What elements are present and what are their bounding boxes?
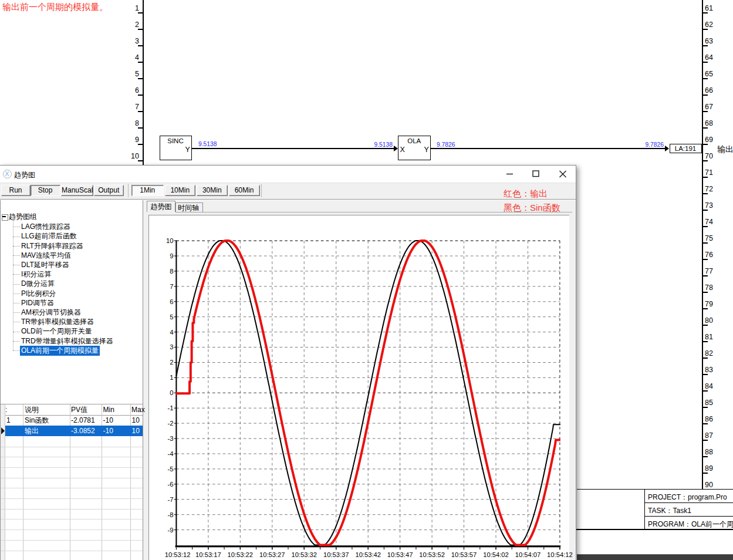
svg-text:10:53:27: 10:53:27: [259, 551, 285, 558]
svg-text:-4: -4: [167, 450, 173, 457]
svg-text:5: 5: [170, 313, 173, 321]
svg-text:10:54:02: 10:54:02: [483, 551, 509, 558]
svg-text:7: 7: [170, 283, 173, 290]
svg-text:10:53:57: 10:53:57: [451, 551, 477, 558]
svg-text:-6: -6: [167, 481, 173, 488]
svg-text:10:53:37: 10:53:37: [323, 551, 349, 558]
svg-text:10:54:12: 10:54:12: [547, 551, 573, 558]
svg-text:-2: -2: [167, 420, 173, 427]
svg-text:4: 4: [170, 329, 173, 336]
svg-text:3: 3: [170, 343, 173, 350]
svg-text:10:54:07: 10:54:07: [515, 551, 541, 558]
svg-text:-3: -3: [167, 435, 173, 442]
svg-text:-7: -7: [167, 496, 173, 503]
svg-text:9: 9: [170, 252, 173, 259]
svg-text:-8: -8: [167, 511, 173, 518]
svg-text:10:53:12: 10:53:12: [165, 551, 191, 558]
svg-text:10:53:22: 10:53:22: [228, 551, 254, 558]
svg-text:10:53:47: 10:53:47: [387, 551, 413, 558]
svg-text:2: 2: [170, 359, 173, 366]
svg-text:8: 8: [170, 268, 173, 275]
svg-text:10: 10: [166, 237, 174, 244]
svg-text:10:53:52: 10:53:52: [419, 551, 445, 558]
svg-text:6: 6: [170, 298, 173, 305]
svg-text:10:53:42: 10:53:42: [355, 551, 381, 558]
svg-text:1: 1: [170, 374, 173, 381]
svg-text:-5: -5: [167, 465, 173, 473]
svg-text:10:53:17: 10:53:17: [195, 551, 221, 558]
svg-text:-1: -1: [167, 404, 173, 411]
svg-text:-9: -9: [167, 527, 173, 534]
svg-text:0: 0: [170, 389, 173, 396]
svg-text:10:53:32: 10:53:32: [291, 551, 317, 558]
